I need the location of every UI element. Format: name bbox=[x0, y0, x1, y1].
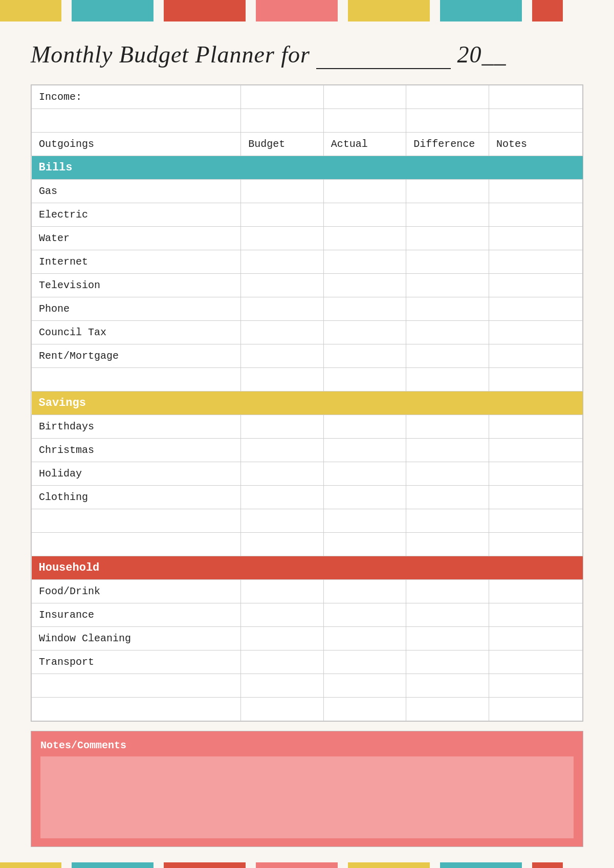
diff-phone bbox=[406, 297, 489, 321]
label-birthdays: Birthdays bbox=[32, 415, 241, 439]
label-transport: Transport bbox=[32, 650, 241, 674]
budget-water[interactable] bbox=[241, 227, 324, 250]
notes-food-drink[interactable] bbox=[489, 580, 582, 603]
budget-council-tax[interactable] bbox=[241, 321, 324, 344]
budget-clothing[interactable] bbox=[241, 486, 324, 509]
actual-food-drink[interactable] bbox=[323, 580, 406, 603]
blank-row-household-1 bbox=[32, 674, 583, 698]
diff-clothing bbox=[406, 486, 489, 509]
budget-internet[interactable] bbox=[241, 250, 324, 274]
budget-holiday[interactable] bbox=[241, 462, 324, 486]
title-prefix: Monthly Budget Planner for bbox=[31, 41, 310, 68]
notes-holiday[interactable] bbox=[489, 462, 582, 486]
notes-electric[interactable] bbox=[489, 203, 582, 227]
label-insurance: Insurance bbox=[32, 603, 241, 627]
row-television: Television bbox=[32, 274, 583, 297]
col-header-notes: Notes bbox=[489, 133, 582, 156]
budget-gas[interactable] bbox=[241, 180, 324, 203]
section-household-header: Household bbox=[32, 556, 583, 580]
notes-window-cleaning[interactable] bbox=[489, 627, 582, 650]
budget-insurance[interactable] bbox=[241, 603, 324, 627]
notes-label: Notes/Comments bbox=[40, 740, 574, 751]
blank-row-bills bbox=[32, 368, 583, 392]
actual-council-tax[interactable] bbox=[323, 321, 406, 344]
column-header-row: Outgoings Budget Actual Difference Notes bbox=[32, 133, 583, 156]
actual-birthdays[interactable] bbox=[323, 415, 406, 439]
diff-holiday bbox=[406, 462, 489, 486]
section-savings-header: Savings bbox=[32, 392, 583, 415]
label-water: Water bbox=[32, 227, 241, 250]
bottom-bar bbox=[0, 862, 614, 868]
title-year: 20__ bbox=[457, 41, 506, 68]
blank-row-savings-2 bbox=[32, 533, 583, 556]
notes-council-tax[interactable] bbox=[489, 321, 582, 344]
actual-rent-mortgage[interactable] bbox=[323, 344, 406, 368]
budget-phone[interactable] bbox=[241, 297, 324, 321]
diff-window-cleaning bbox=[406, 627, 489, 650]
label-council-tax: Council Tax bbox=[32, 321, 241, 344]
row-window-cleaning: Window Cleaning bbox=[32, 627, 583, 650]
budget-christmas[interactable] bbox=[241, 439, 324, 462]
notes-television[interactable] bbox=[489, 274, 582, 297]
actual-christmas[interactable] bbox=[323, 439, 406, 462]
top-bar bbox=[0, 0, 614, 21]
budget-electric[interactable] bbox=[241, 203, 324, 227]
income-actual bbox=[323, 85, 406, 109]
actual-internet[interactable] bbox=[323, 250, 406, 274]
notes-water[interactable] bbox=[489, 227, 582, 250]
notes-christmas[interactable] bbox=[489, 439, 582, 462]
main-table-container: Income: Outgoings Budget Actual Differen… bbox=[31, 84, 583, 722]
blank-row-savings-1 bbox=[32, 509, 583, 533]
notes-gas[interactable] bbox=[489, 180, 582, 203]
notes-internet[interactable] bbox=[489, 250, 582, 274]
label-electric: Electric bbox=[32, 203, 241, 227]
notes-transport[interactable] bbox=[489, 650, 582, 674]
row-water: Water bbox=[32, 227, 583, 250]
notes-content-area[interactable] bbox=[40, 756, 574, 838]
notes-insurance[interactable] bbox=[489, 603, 582, 627]
budget-birthdays[interactable] bbox=[241, 415, 324, 439]
notes-clothing[interactable] bbox=[489, 486, 582, 509]
budget-window-cleaning[interactable] bbox=[241, 627, 324, 650]
title-area: Monthly Budget Planner for 20__ bbox=[0, 21, 614, 84]
diff-birthdays bbox=[406, 415, 489, 439]
actual-water[interactable] bbox=[323, 227, 406, 250]
col-header-difference: Difference bbox=[406, 133, 489, 156]
savings-label: Savings bbox=[32, 392, 583, 415]
row-rent-mortgage: Rent/Mortgage bbox=[32, 344, 583, 368]
row-insurance: Insurance bbox=[32, 603, 583, 627]
actual-electric[interactable] bbox=[323, 203, 406, 227]
notes-rent-mortgage[interactable] bbox=[489, 344, 582, 368]
actual-gas[interactable] bbox=[323, 180, 406, 203]
income-notes bbox=[489, 85, 582, 109]
budget-transport[interactable] bbox=[241, 650, 324, 674]
row-phone: Phone bbox=[32, 297, 583, 321]
label-television: Television bbox=[32, 274, 241, 297]
col-header-actual: Actual bbox=[323, 133, 406, 156]
blank-row-1 bbox=[32, 109, 583, 133]
row-gas: Gas bbox=[32, 180, 583, 203]
actual-window-cleaning[interactable] bbox=[323, 627, 406, 650]
title-underline bbox=[316, 41, 451, 69]
actual-insurance[interactable] bbox=[323, 603, 406, 627]
label-food-drink: Food/Drink bbox=[32, 580, 241, 603]
budget-rent-mortgage[interactable] bbox=[241, 344, 324, 368]
row-food-drink: Food/Drink bbox=[32, 580, 583, 603]
actual-clothing[interactable] bbox=[323, 486, 406, 509]
row-birthdays: Birthdays bbox=[32, 415, 583, 439]
row-electric: Electric bbox=[32, 203, 583, 227]
budget-food-drink[interactable] bbox=[241, 580, 324, 603]
actual-phone[interactable] bbox=[323, 297, 406, 321]
row-internet: Internet bbox=[32, 250, 583, 274]
bills-label: Bills bbox=[32, 156, 583, 180]
page-title: Monthly Budget Planner for 20__ bbox=[31, 41, 506, 68]
label-gas: Gas bbox=[32, 180, 241, 203]
diff-council-tax bbox=[406, 321, 489, 344]
actual-television[interactable] bbox=[323, 274, 406, 297]
budget-television[interactable] bbox=[241, 274, 324, 297]
notes-birthdays[interactable] bbox=[489, 415, 582, 439]
actual-transport[interactable] bbox=[323, 650, 406, 674]
actual-holiday[interactable] bbox=[323, 462, 406, 486]
notes-section: Notes/Comments bbox=[31, 731, 583, 847]
notes-phone[interactable] bbox=[489, 297, 582, 321]
